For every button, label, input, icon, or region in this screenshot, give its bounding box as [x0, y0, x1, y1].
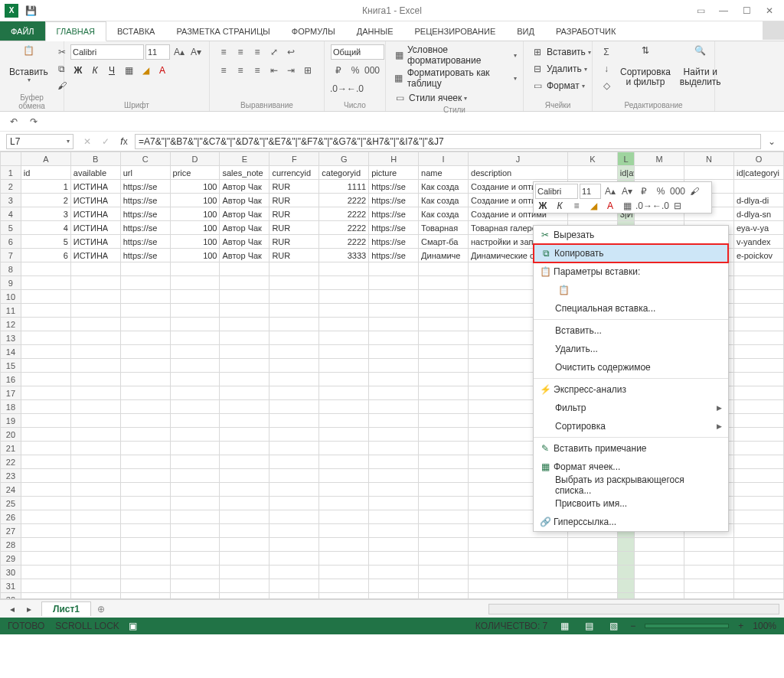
cell[interactable] [419, 373, 469, 386]
cell[interactable] [369, 290, 419, 304]
cell[interactable]: Автор Чак [220, 180, 270, 194]
cell[interactable] [70, 442, 120, 455]
cell[interactable] [170, 442, 220, 455]
cell[interactable] [733, 455, 783, 469]
cell[interactable] [319, 538, 369, 552]
cell[interactable] [369, 428, 419, 442]
cell[interactable] [170, 304, 220, 318]
bold-button[interactable]: Ж [70, 63, 86, 78]
cell[interactable] [733, 414, 783, 428]
row-header[interactable]: 24 [1, 483, 21, 497]
cell[interactable]: ИСТИНА [70, 180, 120, 194]
cell[interactable] [319, 455, 369, 469]
cell[interactable]: d-dlya-di [733, 194, 783, 207]
cell[interactable]: 3333 [319, 249, 369, 262]
cell[interactable] [369, 469, 419, 483]
mini-merge-icon[interactable]: ⊟ [670, 198, 685, 214]
cell[interactable] [220, 497, 270, 510]
cell[interactable]: ИСТИНА [70, 249, 120, 262]
cell[interactable] [120, 442, 170, 455]
increase-font-icon[interactable]: A▴ [172, 44, 187, 60]
cell[interactable] [21, 469, 70, 483]
cell[interactable] [270, 428, 319, 442]
cell[interactable] [70, 304, 120, 318]
cell[interactable] [70, 455, 120, 469]
cell[interactable] [369, 414, 419, 428]
cell[interactable] [369, 524, 419, 538]
cell[interactable]: Динамиче [419, 249, 469, 262]
cell[interactable] [567, 579, 617, 593]
row-header[interactable]: 3 [1, 194, 21, 207]
cell[interactable] [270, 566, 319, 579]
ctx-dropdown-list[interactable]: Выбрать из раскрывающегося списка... [534, 476, 728, 494]
cell[interactable] [319, 373, 369, 386]
cell[interactable] [319, 276, 369, 290]
font-color-button[interactable]: A [155, 63, 170, 78]
row-header[interactable]: 13 [1, 331, 21, 345]
cell[interactable] [733, 180, 783, 194]
cell[interactable] [170, 290, 220, 304]
cell[interactable]: https://se [369, 180, 419, 194]
new-sheet-button[interactable]: ⊕ [91, 602, 111, 616]
cell[interactable] [170, 400, 220, 414]
cell[interactable] [70, 538, 120, 552]
account-avatar[interactable] [763, 21, 784, 40]
tab-insert[interactable]: ВСТАВКА [106, 21, 165, 41]
cell[interactable] [733, 538, 783, 552]
cell[interactable] [220, 579, 270, 593]
cell[interactable] [120, 262, 170, 276]
cell[interactable]: 2222 [319, 194, 369, 207]
cell[interactable]: 100 [170, 221, 220, 235]
col-header-E[interactable]: E [220, 152, 270, 166]
col-header-M[interactable]: M [635, 152, 684, 166]
cell[interactable] [733, 510, 783, 524]
row-header[interactable]: 28 [1, 538, 21, 552]
row-header[interactable]: 21 [1, 442, 21, 455]
cell[interactable] [684, 579, 734, 593]
cell[interactable] [170, 345, 220, 359]
cell[interactable] [419, 414, 469, 428]
cell[interactable] [617, 552, 634, 566]
cell[interactable] [567, 566, 617, 579]
ctx-insert-comment[interactable]: ✎Вставить примечание [534, 439, 728, 458]
cell[interactable]: Как созда [419, 180, 469, 194]
cell[interactable] [319, 428, 369, 442]
cell[interactable] [319, 469, 369, 483]
cell[interactable] [170, 579, 220, 593]
cell[interactable] [270, 497, 319, 510]
cell[interactable] [733, 290, 783, 304]
row-header[interactable]: 26 [1, 510, 21, 524]
cell[interactable] [567, 552, 617, 566]
cell[interactable] [319, 566, 369, 579]
cell[interactable]: name [419, 166, 469, 180]
comma-icon[interactable]: 000 [364, 63, 380, 78]
ctx-filter[interactable]: Фильтр▶ [534, 399, 728, 417]
cell[interactable]: 2222 [319, 221, 369, 235]
cell[interactable] [733, 428, 783, 442]
row-header[interactable]: 12 [1, 318, 21, 331]
cell[interactable] [21, 400, 70, 414]
col-header-I[interactable]: I [419, 152, 469, 166]
tab-layout[interactable]: РАЗМЕТКА СТРАНИЦЫ [165, 21, 280, 41]
cell[interactable] [270, 276, 319, 290]
cell[interactable] [469, 593, 568, 600]
cell[interactable] [220, 262, 270, 276]
cell[interactable] [270, 318, 319, 331]
row-header[interactable]: 29 [1, 552, 21, 566]
ctx-format-cells[interactable]: ▦Формат ячеек... [534, 458, 728, 476]
mini-border-icon[interactable]: ▦ [619, 198, 635, 214]
cell[interactable]: RUR [270, 221, 319, 235]
fill-color-button[interactable]: ◢ [138, 63, 153, 78]
cell[interactable] [567, 166, 617, 180]
cell[interactable] [369, 276, 419, 290]
sheet-nav-first-icon[interactable]: ◂ [5, 601, 20, 617]
mini-italic-icon[interactable]: К [552, 198, 567, 214]
italic-button[interactable]: К [87, 63, 103, 78]
autosum-icon[interactable]: Σ [599, 44, 614, 60]
cell[interactable]: eya-v-ya [733, 221, 783, 235]
cell[interactable] [70, 262, 120, 276]
horizontal-scrollbar[interactable] [488, 604, 779, 614]
cell[interactable]: d-dlya-sn [733, 207, 783, 221]
cell[interactable] [120, 483, 170, 497]
cell[interactable] [270, 304, 319, 318]
